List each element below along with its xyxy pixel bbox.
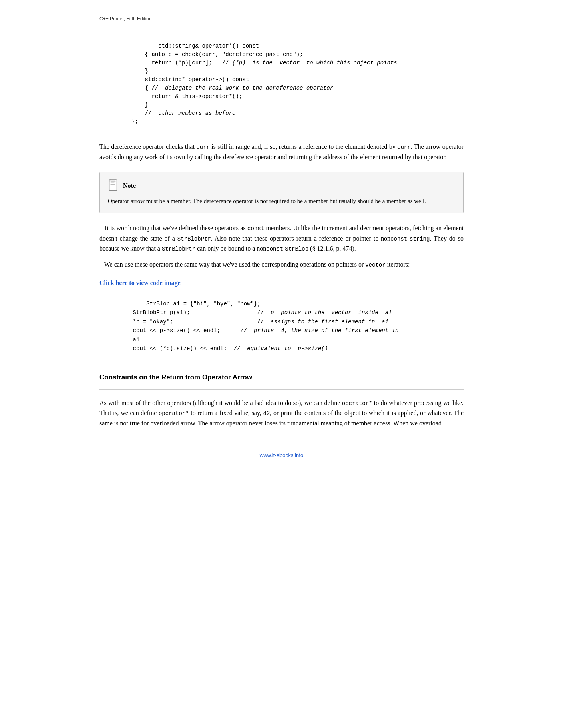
page-header: C++ Primer, Fifth Edition <box>99 16 464 22</box>
note-icon <box>108 179 119 192</box>
code-example: StrBlob a1 = {"hi", "bye", "now"}; StrBl… <box>119 291 464 362</box>
note-body: Operator arrow must be a member. The der… <box>108 196 452 206</box>
svg-rect-1 <box>110 181 115 182</box>
note-label: Note <box>123 182 136 189</box>
header-title: C++ Primer, Fifth Edition <box>99 16 152 22</box>
footer-link[interactable]: www.it-ebooks.info <box>260 452 303 458</box>
click-here-link[interactable]: Click here to view code image <box>99 279 181 287</box>
section-divider <box>99 389 464 390</box>
top-code-block: std::string& operator*() const { auto p … <box>131 34 464 134</box>
svg-rect-2 <box>110 183 114 183</box>
prose-1: The dereference operator checks that cur… <box>99 142 464 162</box>
note-box: Note Operator arrow must be a member. Th… <box>99 172 464 213</box>
prose-2: It is worth noting that we've defined th… <box>99 223 464 254</box>
section-heading: Constraints on the Return from Operator … <box>99 373 464 381</box>
prose-4: As with most of the other operators (alt… <box>99 398 464 429</box>
prose-3: We can use these operators the same way … <box>99 259 464 270</box>
note-header: Note <box>108 179 452 192</box>
svg-rect-3 <box>110 184 115 185</box>
page-footer: www.it-ebooks.info <box>99 452 464 458</box>
page-container: C++ Primer, Fifth Edition std::string& o… <box>91 0 472 482</box>
